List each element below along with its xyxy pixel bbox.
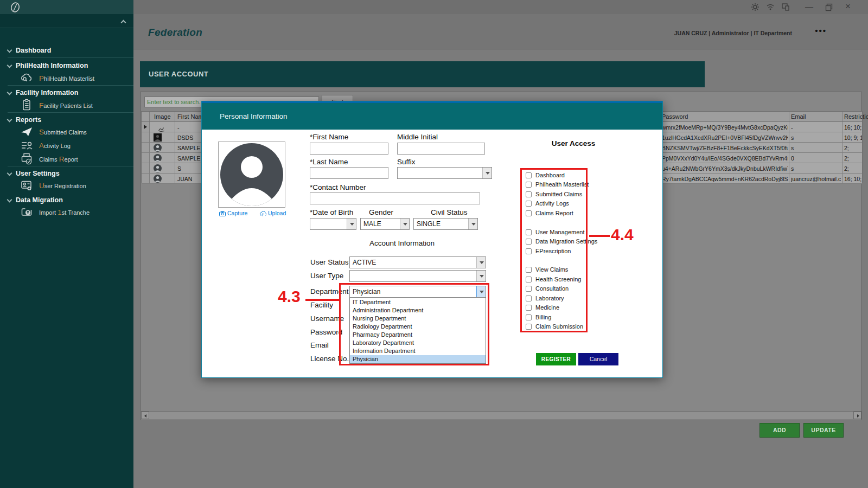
checkbox-label: Health Screening [535,276,581,282]
civil-status-combobox[interactable]: SINGLE [413,218,478,230]
capture-photo-button[interactable]: Capture [219,210,247,216]
checkbox-health-screening[interactable] [526,277,532,282]
column-header-image[interactable]: Image [154,113,171,120]
column-header-password[interactable]: Password [662,113,688,120]
personal-information-modal: Personal Information Capture Upload *Fir… [201,101,663,378]
checkbox-user-management[interactable] [526,229,532,235]
dropdown-option-selected[interactable]: Physician [350,355,486,363]
column-header-restriction[interactable]: Restriction [844,113,868,120]
checkbox-billing[interactable] [526,314,532,320]
last-name-label: *Last Name [310,158,348,166]
dropdown-option[interactable]: IT Department [350,298,486,306]
checkbox-claim-submission[interactable] [526,324,532,330]
dropdown-option[interactable]: Laboratory Department [350,339,486,347]
gender-label: Gender [369,208,393,216]
add-button[interactable]: ADD [760,423,800,438]
wifi-icon[interactable] [766,3,775,11]
update-button[interactable]: UPDATE [803,423,844,438]
sidebar-item-label: User Registration [39,182,86,190]
checkbox-philhealth-masterlist[interactable] [526,182,532,188]
date-of-birth-combobox[interactable] [310,218,356,230]
chevron-down-icon [7,63,12,68]
sidebar-item-activity-log[interactable]: Activity Log [0,139,133,152]
sidebar-item-import-1st-tranche[interactable]: Import 1st Tranche [0,206,133,219]
dropdown-option[interactable]: Nursing Department [350,314,486,322]
scroll-right-arrow[interactable] [853,412,861,419]
user-avatar-icon [154,175,162,183]
checkbox-data-migration-settings[interactable] [526,239,532,245]
checkbox-laboratory[interactable] [526,296,532,301]
suffix-combobox[interactable] [397,167,492,179]
last-name-input[interactable] [310,167,388,179]
sidebar-group-label: User Settings [16,170,60,177]
checkbox-label: Laboratory [535,295,564,301]
checkbox-eprescription[interactable] [526,248,532,254]
sidebar-group-philhealth[interactable]: PhilHealth Information [0,60,133,72]
upload-photo-button[interactable]: Upload [259,210,286,216]
sidebar-group-reports[interactable]: Reports [0,114,133,126]
checkbox-consultation[interactable] [526,286,532,292]
checkbox-submitted-claims[interactable] [526,191,532,197]
logged-in-user-info: JUAN CRUZ | Administrator | IT Departmen… [674,30,792,36]
checkbox-claims-report[interactable] [526,210,532,216]
dropdown-option[interactable]: Pharmacy Department [350,331,486,339]
contact-number-input[interactable] [310,192,480,204]
checkbox-dashboard[interactable] [526,172,532,178]
settings-gear-icon[interactable] [751,3,760,11]
dropdown-option[interactable]: Information Department [350,347,486,355]
sidebar-group-user-settings[interactable]: User Settings [0,168,133,180]
checkbox-label: Consultation [535,285,569,292]
devices-icon[interactable] [781,3,790,11]
checkbox-medicine[interactable] [526,305,532,311]
sidebar-item-submitted-claims[interactable]: Submitted Claims [0,125,133,139]
chevron-down-icon [7,48,12,53]
restore-button[interactable] [825,3,833,11]
claims-report-icon [20,152,34,165]
user-type-combobox[interactable] [349,270,486,282]
first-name-input[interactable] [310,143,388,155]
app-header: Federation JUAN CRUZ | Administrator | I… [133,14,868,49]
user-status-combobox[interactable]: ACTIVE [349,256,486,268]
password-label: Password [310,328,342,336]
horizontal-scrollbar[interactable] [141,411,861,419]
checkbox-view-claims[interactable] [526,267,532,273]
paper-plane-icon [20,125,34,138]
checkbox-activity-logs[interactable] [526,201,532,207]
sidebar-item-philhealth-masterlist[interactable]: PhilHealth Masterlist [0,72,133,85]
sidebar-item-facility-patients-list[interactable]: Facility Patients List [0,99,133,112]
sidebar: Dashboard PhilHealth Information PhilHea… [0,14,133,488]
user-avatar-icon [154,133,162,142]
checkbox-label: Activity Logs [535,200,569,207]
suffix-label: Suffix [397,158,416,166]
facility-label: Facility [310,301,333,309]
date-of-birth-label: *Date of Birth [310,208,353,216]
sidebar-group-dashboard[interactable]: Dashboard [0,45,133,57]
column-header-email[interactable]: Email [791,113,806,120]
dropdown-option[interactable]: Radiology Department [350,322,486,330]
sidebar-group-data-migration[interactable]: Data Migration [0,195,133,207]
first-name-label: *First Name [310,133,348,141]
sidebar-item-claims-report[interactable]: Claims Report [0,152,133,166]
sidebar-group-facility[interactable]: Facility Information [0,87,133,99]
scroll-left-arrow[interactable] [141,412,149,419]
gender-combobox[interactable]: MALE [360,218,410,230]
cancel-button[interactable]: Cancel [578,353,618,365]
overflow-menu-button[interactable]: ••• [815,26,827,35]
sidebar-collapse-bar[interactable] [0,14,133,28]
department-combobox[interactable]: Physician [349,286,486,298]
sidebar-item-label: Submitted Claims [39,128,87,136]
dropdown-option[interactable]: Administration Department [350,306,486,314]
activity-log-icon [20,139,34,152]
checkbox-label: Philhealth Masterlist [535,181,589,188]
avatar [220,143,283,206]
sidebar-item-user-registration[interactable]: User Registration [0,179,133,192]
close-button[interactable]: × [845,1,851,12]
chevron-down-icon [7,117,12,123]
civil-status-label: Civil Status [431,208,468,216]
middle-initial-input[interactable] [397,143,485,155]
minimize-button[interactable]: — [805,1,813,12]
sidebar-divider [8,57,133,58]
annotation-label-4-3: 4.3 [278,287,301,306]
register-button[interactable]: REGISTER [536,353,576,365]
sidebar-item-label: Activity Log [39,142,71,150]
